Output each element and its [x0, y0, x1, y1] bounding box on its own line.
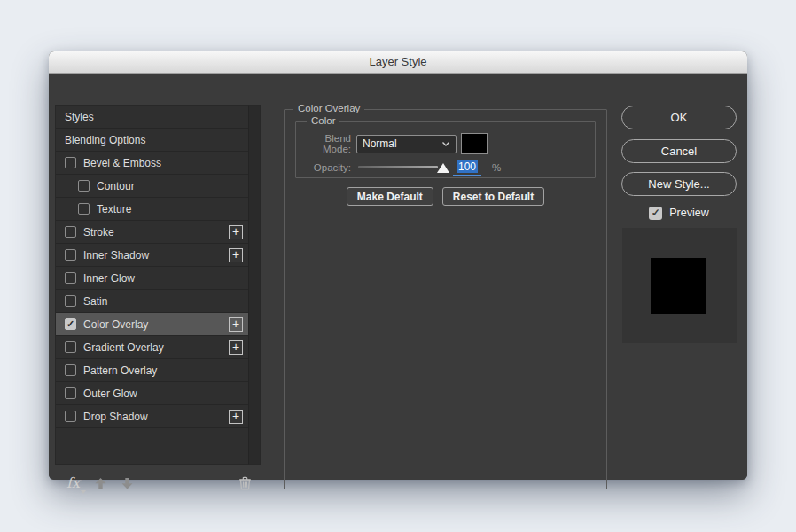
fx-menu-button[interactable]: fx — [66, 476, 80, 490]
list-item[interactable]: Outer Glow — [56, 382, 248, 405]
list-item-label: Styles — [65, 111, 94, 123]
add-effect-icon[interactable]: + — [229, 410, 243, 424]
list-item[interactable]: Styles — [56, 106, 248, 129]
group-title: Color Overlay — [293, 103, 364, 113]
preview-label: Preview — [669, 207, 708, 219]
add-effect-icon[interactable]: + — [229, 225, 243, 239]
list-item[interactable]: Inner Glow — [56, 267, 248, 290]
add-effect-icon[interactable]: + — [229, 317, 243, 332]
add-effect-icon[interactable]: + — [229, 340, 243, 355]
unchecked-checkbox-icon[interactable] — [65, 341, 76, 353]
unchecked-checkbox-icon[interactable] — [65, 226, 76, 238]
style-list: StylesBlending OptionsBevel & EmbossCont… — [55, 105, 248, 465]
opacity-slider-thumb[interactable] — [437, 163, 449, 173]
list-item-label: Bevel & Emboss — [83, 157, 161, 169]
list-item-label: Texture — [97, 203, 131, 215]
opacity-value: 100 — [457, 160, 478, 173]
list-item[interactable]: Bevel & Emboss — [56, 152, 248, 175]
list-item-label: Satin — [83, 295, 107, 308]
make-default-button[interactable]: Make Default — [347, 187, 433, 206]
list-item[interactable]: Blending Options — [56, 129, 248, 152]
check-icon: ✓ — [652, 207, 660, 219]
unchecked-checkbox-icon[interactable] — [78, 180, 90, 192]
preview-swatch — [651, 258, 706, 314]
subgroup-title: Color — [307, 115, 339, 126]
trash-icon — [238, 476, 252, 490]
list-item[interactable]: Gradient Overlay+ — [56, 336, 248, 359]
list-item-label: Stroke — [83, 226, 114, 239]
reset-to-default-button[interactable]: Reset to Default — [442, 187, 544, 206]
checked-checkbox-icon[interactable]: ✓ — [65, 318, 76, 330]
opacity-slider-track[interactable] — [358, 166, 438, 168]
effects-toolbar: fx — [55, 471, 261, 496]
move-effect-up-button[interactable] — [95, 478, 106, 489]
blend-mode-label: Blend Mode: — [296, 133, 351, 154]
list-item[interactable]: Contour — [56, 175, 248, 198]
list-item-label: Pattern Overlay — [83, 364, 157, 377]
overlay-color-swatch[interactable] — [461, 133, 488, 154]
color-subgroup: Color Blend Mode: Normal Opacity: — [295, 121, 596, 178]
blend-mode-value: Normal — [363, 137, 397, 150]
list-item[interactable]: Texture — [56, 198, 248, 221]
move-effect-down-button[interactable] — [121, 478, 133, 489]
list-item[interactable]: Satin — [56, 290, 248, 313]
unchecked-checkbox-icon[interactable] — [65, 387, 76, 399]
unchecked-checkbox-icon[interactable] — [65, 364, 76, 376]
list-item[interactable]: Inner Shadow+ — [56, 244, 248, 267]
unchecked-checkbox-icon[interactable] — [65, 411, 76, 422]
arrow-up-icon — [95, 478, 106, 489]
preview-toggle: ✓ Preview — [621, 205, 737, 221]
arrow-down-icon — [121, 478, 133, 489]
list-item[interactable]: Drop Shadow+ — [56, 405, 248, 428]
list-item-label: Contour — [97, 180, 135, 192]
preview-checkbox[interactable]: ✓ — [649, 207, 662, 220]
dialog-body: StylesBlending OptionsBevel & EmbossCont… — [49, 74, 747, 480]
cancel-button[interactable]: Cancel — [621, 139, 737, 163]
opacity-unit: % — [492, 162, 501, 173]
list-item[interactable]: Pattern Overlay — [56, 359, 248, 382]
layer-style-dialog: Layer Style StylesBlending OptionsBevel … — [49, 51, 747, 480]
fx-icon: fx — [66, 474, 80, 491]
list-item-label: Gradient Overlay — [83, 341, 164, 354]
list-item-label: Outer Glow — [83, 387, 137, 400]
new-style-button[interactable]: New Style... — [621, 172, 737, 196]
list-item-label: Blending Options — [65, 134, 145, 146]
dialog-titlebar[interactable]: Layer Style — [49, 51, 747, 74]
list-item-label: Inner Shadow — [83, 249, 149, 262]
unchecked-checkbox-icon[interactable] — [65, 157, 76, 168]
ok-button[interactable]: OK — [621, 106, 737, 129]
list-item[interactable]: Stroke+ — [56, 221, 248, 244]
list-item[interactable]: ✓Color Overlay+ — [56, 313, 248, 336]
list-item-label: Inner Glow — [83, 272, 135, 285]
fx-caret-icon — [81, 490, 86, 494]
color-overlay-group: Color Overlay Color Blend Mode: Normal O… — [284, 109, 607, 489]
add-effect-icon[interactable]: + — [229, 248, 243, 262]
style-list-scrollbar[interactable] — [248, 105, 261, 465]
list-item-label: Drop Shadow — [83, 411, 148, 423]
unchecked-checkbox-icon[interactable] — [65, 272, 76, 284]
list-item-label: Color Overlay — [83, 318, 148, 331]
opacity-field[interactable]: 100 — [453, 158, 481, 176]
preview-panel — [622, 228, 737, 343]
unchecked-checkbox-icon[interactable] — [78, 203, 90, 215]
opacity-label: Opacity: — [296, 162, 351, 173]
unchecked-checkbox-icon[interactable] — [65, 295, 76, 307]
dialog-title: Layer Style — [369, 55, 426, 68]
opacity-slider[interactable] — [358, 162, 443, 173]
delete-effect-button[interactable] — [238, 476, 252, 490]
chevron-down-icon — [441, 141, 450, 147]
unchecked-checkbox-icon[interactable] — [65, 249, 76, 261]
blend-mode-dropdown[interactable]: Normal — [356, 135, 457, 153]
